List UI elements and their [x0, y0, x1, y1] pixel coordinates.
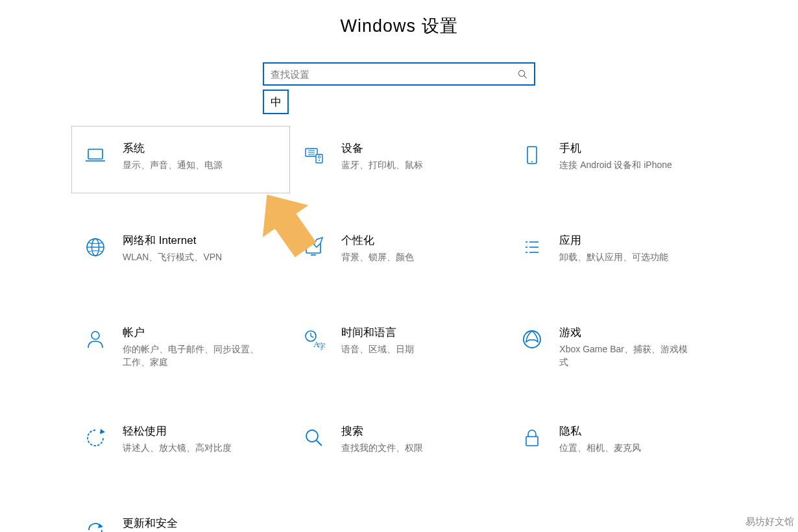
tile-network[interactable]: 网络和 InternetWLAN、飞行模式、VPN	[71, 218, 290, 285]
ime-indicator[interactable]: 中	[263, 90, 289, 114]
tile-title: 网络和 Internet	[123, 233, 222, 250]
tile-desc: 连接 Android 设备和 iPhone	[559, 158, 672, 171]
svg-point-33	[306, 430, 318, 442]
tile-title: 帐户	[123, 325, 259, 343]
svg-text:字: 字	[318, 342, 326, 351]
tile-title: 游戏	[559, 325, 695, 343]
search-input[interactable]	[264, 69, 511, 80]
svg-line-1	[524, 75, 526, 78]
personal-icon	[300, 233, 328, 261]
tile-desc: 位置、相机、麦克风	[559, 441, 641, 454]
tile-desc: 查找我的文件、权限	[341, 441, 423, 454]
tile-personal[interactable]: 个性化背景、锁屏、颜色	[290, 218, 509, 285]
account-icon	[81, 325, 110, 354]
tile-system[interactable]: 系统显示、声音、通知、电源	[71, 126, 290, 193]
tile-desc: 显示、声音、通知、电源	[123, 158, 223, 171]
tile-desc: 语音、区域、日期	[341, 343, 414, 356]
svg-line-34	[317, 441, 322, 446]
tile-devices[interactable]: 设备蓝牙、打印机、鼠标	[290, 126, 509, 193]
tile-title: 系统	[123, 141, 223, 158]
phone-icon	[518, 141, 546, 169]
tile-ease[interactable]: 轻松使用讲述人、放大镜、高对比度	[71, 409, 290, 476]
tile-title: 隐私	[559, 424, 641, 441]
tile-title: 设备	[341, 141, 423, 158]
svg-point-25	[91, 332, 99, 339]
devices-icon	[300, 141, 328, 169]
search-icon[interactable]	[511, 69, 534, 79]
svg-marker-32	[100, 429, 105, 434]
svg-rect-35	[526, 437, 538, 446]
tile-desc: 你的帐户、电子邮件、同步设置、工作、家庭	[123, 343, 259, 369]
laptop-icon	[81, 141, 110, 169]
tile-gaming[interactable]: 游戏Xbox Game Bar、捕获、游戏模式	[508, 310, 727, 384]
svg-rect-2	[88, 149, 103, 159]
svg-point-10	[319, 160, 320, 161]
tile-desc: WLAN、飞行模式、VPN	[123, 250, 222, 263]
gaming-icon	[518, 325, 546, 354]
tile-time[interactable]: A字时间和语言语音、区域、日期	[290, 310, 509, 384]
svg-point-12	[531, 161, 533, 162]
apps-icon	[518, 233, 546, 261]
tile-title: 手机	[559, 141, 672, 158]
tile-desc: 卸载、默认应用、可选功能	[559, 250, 668, 263]
search-tile-icon	[300, 424, 328, 452]
svg-line-28	[311, 336, 313, 337]
tile-title: 更新和安全	[123, 516, 235, 532]
time-lang-icon: A字	[300, 325, 328, 354]
watermark: 易坊好文馆	[745, 516, 794, 528]
tile-privacy[interactable]: 隐私位置、相机、麦克风	[508, 409, 727, 476]
page-title: Windows 设置	[0, 14, 798, 38]
tile-desc: Xbox Game Bar、捕获、游戏模式	[559, 343, 695, 369]
ease-icon	[81, 424, 110, 452]
tile-title: 个性化	[341, 233, 414, 250]
tile-apps[interactable]: 应用卸载、默认应用、可选功能	[508, 218, 727, 285]
tile-title: 轻松使用	[123, 424, 232, 441]
search-box[interactable]	[263, 62, 535, 86]
tile-title: 时间和语言	[341, 325, 414, 343]
tile-accounts[interactable]: 帐户你的帐户、电子邮件、同步设置、工作、家庭	[71, 310, 290, 384]
tile-desc: 讲述人、放大镜、高对比度	[123, 441, 232, 454]
update-icon	[81, 516, 110, 532]
tile-desc: 背景、锁屏、颜色	[341, 250, 414, 263]
tile-phone[interactable]: 手机连接 Android 设备和 iPhone	[508, 126, 727, 193]
tile-desc: 蓝牙、打印机、鼠标	[341, 158, 423, 171]
tile-search[interactable]: 搜索查找我的文件、权限	[290, 409, 509, 476]
tile-title: 应用	[559, 233, 668, 250]
tile-title: 搜索	[341, 424, 423, 441]
svg-point-0	[518, 70, 524, 76]
lock-icon	[518, 424, 546, 452]
globe-icon	[81, 233, 110, 261]
tile-update[interactable]: 更新和安全Windows 更新、恢复、备份	[71, 501, 290, 532]
